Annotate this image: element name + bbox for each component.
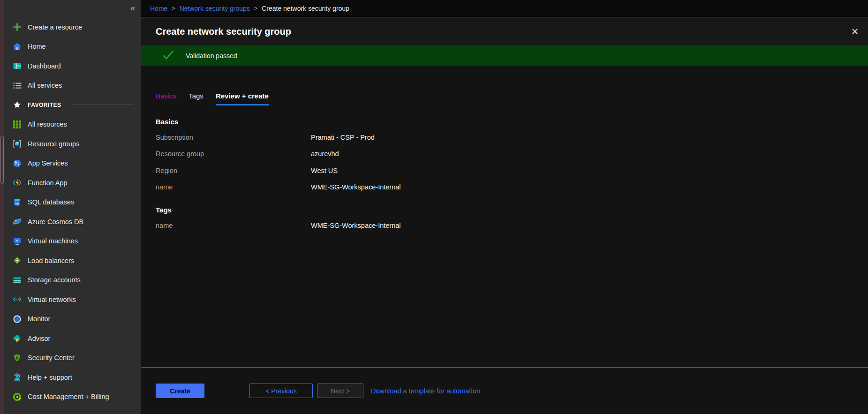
sidebar-item-label: Azure Cosmos DB	[28, 218, 83, 226]
sidebar-item-label: Load balancers	[28, 257, 74, 264]
validation-banner: Validation passed	[141, 45, 868, 66]
sidebar-item-label: Virtual networks	[28, 296, 76, 303]
sidebar-item-advisor[interactable]: Advisor	[0, 329, 141, 348]
help-support-icon	[12, 373, 22, 382]
sidebar-item-home[interactable]: Home	[0, 37, 141, 57]
svg-text:SQL: SQL	[15, 202, 19, 204]
sidebar-item-label: Home	[28, 43, 46, 50]
sidebar-item-monitor[interactable]: Monitor	[0, 309, 141, 329]
row-label: Region	[156, 167, 311, 174]
virtual-machine-icon	[12, 236, 22, 246]
review-row-resource-group: Resource group azurevhd	[156, 146, 868, 163]
sidebar-item-label: App Services	[28, 159, 68, 167]
sql-database-icon: SQL	[12, 197, 22, 207]
cost-management-icon: $	[12, 392, 22, 401]
breadcrumb-separator: >	[254, 5, 257, 12]
sidebar-item-all-services[interactable]: All services	[0, 76, 141, 96]
footer-action-bar: Create < Previous Next > Download a temp…	[141, 367, 868, 414]
sidebar-item-load-balancers[interactable]: Load balancers	[0, 251, 141, 271]
breadcrumb-current: Create network security group	[262, 5, 349, 12]
sidebar-item-label: Virtual machines	[28, 237, 78, 245]
sidebar-nav: Create a resource Home Dashboard	[0, 0, 141, 406]
tab-basics[interactable]: Basics	[156, 92, 176, 104]
storage-account-icon	[12, 275, 22, 285]
function-app-icon	[12, 178, 22, 188]
sidebar-item-label: Function App	[28, 179, 68, 187]
sidebar-item-app-services[interactable]: App Services	[0, 154, 141, 173]
row-label: Resource group	[156, 150, 311, 158]
scrollbar-thumb[interactable]	[0, 136, 4, 184]
home-icon	[12, 42, 22, 51]
page-header: Create network security group ✕	[141, 17, 868, 45]
sidebar-item-all-resources[interactable]: All resources	[0, 115, 141, 135]
download-template-link[interactable]: Download a template for automation	[371, 387, 480, 395]
review-row-subscription: Subscription Pramati - CSP - Prod	[156, 129, 868, 146]
plus-icon	[12, 23, 22, 32]
sidebar-item-label: Create a resource	[28, 23, 82, 31]
sidebar-item-sql-databases[interactable]: SQL SQL databases	[0, 193, 141, 212]
check-icon	[162, 50, 174, 62]
sidebar-item-label: Monitor	[28, 315, 50, 323]
sidebar-item-help-support[interactable]: Help + support	[0, 368, 141, 387]
all-services-icon	[12, 81, 22, 90]
sidebar-collapse-button[interactable]: «	[130, 4, 135, 12]
tab-review-create[interactable]: Review + create	[216, 92, 269, 105]
sidebar-item-label: Advisor	[28, 335, 50, 342]
review-row-name: name WME-SG-Workspace-Internal	[156, 179, 868, 196]
security-center-icon	[12, 353, 22, 362]
sidebar-item-label: Storage accounts	[28, 276, 81, 284]
sidebar-item-dashboard[interactable]: Dashboard	[0, 56, 141, 76]
row-value: WME-SG-Workspace-Internal	[311, 183, 401, 191]
monitor-icon	[12, 314, 22, 324]
sidebar-item-label: Resource groups	[28, 140, 79, 148]
breadcrumb-nsg-link[interactable]: Network security groups	[180, 5, 250, 12]
validation-message: Validation passed	[186, 52, 237, 60]
next-button[interactable]: Next >	[317, 384, 363, 398]
sidebar-item-resource-groups[interactable]: Resource groups	[0, 134, 141, 154]
sidebar-item-storage-accounts[interactable]: Storage accounts	[0, 271, 141, 290]
breadcrumb-home-link[interactable]: Home	[150, 5, 167, 12]
sidebar-item-label: All services	[28, 82, 62, 89]
page-title: Create network security group	[156, 26, 848, 37]
virtual-network-icon	[12, 295, 22, 304]
tab-tags[interactable]: Tags	[189, 92, 204, 104]
review-row-region: Region West US	[156, 162, 868, 179]
review-content: Basics Tags Review + create Basics Subsc…	[141, 66, 868, 367]
create-button[interactable]: Create	[156, 384, 204, 398]
sidebar-item-create-a-resource[interactable]: Create a resource	[0, 17, 141, 37]
close-icon[interactable]: ✕	[848, 24, 861, 39]
load-balancer-icon	[12, 256, 22, 265]
resource-groups-icon	[12, 139, 22, 149]
row-value: Pramati - CSP - Prod	[311, 134, 375, 141]
row-label: Subscription	[156, 134, 311, 141]
sidebar-scrollbar[interactable]	[0, 0, 4, 414]
sidebar-item-function-app[interactable]: Function App	[0, 173, 141, 193]
sidebar-item-label: Dashboard	[28, 62, 61, 70]
breadcrumb: Home > Network security groups > Create …	[141, 0, 868, 17]
sidebar-favorites-header: FAVORITES	[0, 95, 141, 115]
sidebar-item-label: Cost Management + Billing	[28, 393, 109, 400]
tab-bar: Basics Tags Review + create	[156, 92, 868, 105]
sidebar-item-security-center[interactable]: Security Center	[0, 348, 141, 368]
favorites-divider	[72, 105, 134, 105]
azure-portal: « Create a resource Home Dashboard	[0, 0, 868, 414]
app-services-icon	[12, 158, 22, 168]
grid-icon	[12, 120, 22, 129]
basics-section-heading: Basics	[156, 118, 868, 126]
sidebar-item-label: Help + support	[28, 374, 72, 381]
row-label: name	[156, 222, 311, 229]
row-value: azurevhd	[311, 150, 339, 158]
sidebar-item-azure-cosmos-db[interactable]: Azure Cosmos DB	[0, 212, 141, 232]
breadcrumb-separator: >	[172, 5, 175, 12]
row-value: West US	[311, 167, 338, 174]
row-value: WME-SG-Workspace-Internal	[311, 222, 401, 229]
tags-section-heading: Tags	[156, 206, 868, 214]
previous-button[interactable]: < Previous	[249, 384, 313, 398]
row-label: name	[156, 183, 311, 191]
advisor-icon	[12, 334, 22, 343]
sidebar-item-cost-management-billing[interactable]: $ Cost Management + Billing	[0, 387, 141, 407]
sidebar-item-virtual-networks[interactable]: Virtual networks	[0, 290, 141, 309]
sidebar: « Create a resource Home Dashboard	[0, 0, 141, 414]
sidebar-item-virtual-machines[interactable]: Virtual machines	[0, 232, 141, 251]
sidebar-item-label: SQL databases	[28, 198, 74, 206]
